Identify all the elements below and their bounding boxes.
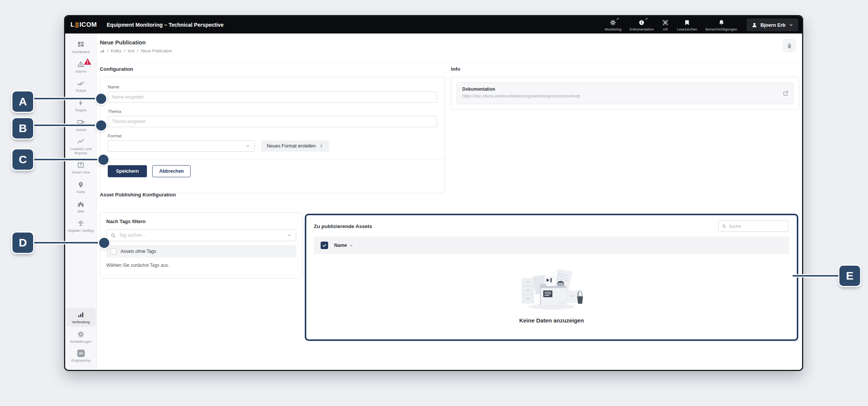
assets-search-input[interactable] <box>729 224 785 228</box>
sidebar-item-bim[interactable]: BIM <box>66 198 96 216</box>
name-field-group: Name <box>108 85 437 103</box>
main: Configuration Name Thema Format <box>97 63 802 370</box>
save-button[interactable]: Speichern <box>108 165 147 177</box>
annotation-c-box: C <box>12 149 33 170</box>
annotation-d-box: D <box>12 233 33 253</box>
info-card: Dokumentation https://doc.eliona.io/elio… <box>451 77 799 110</box>
tag-filter-title: Nach Tags filtern <box>106 219 296 224</box>
divider <box>100 159 445 160</box>
annotation-d-dot <box>99 238 109 248</box>
doc-url: https://doc.eliona.io/eliona/bedienungsa… <box>462 94 788 98</box>
assets-table-header: Name <box>314 237 789 254</box>
chevron-right-icon <box>319 144 324 148</box>
breadcrumb-sep: / <box>137 49 138 53</box>
sidebar-item-karte[interactable]: Karte <box>66 178 96 196</box>
annotation-b: B <box>12 118 33 138</box>
map-pin-icon <box>77 181 85 189</box>
app-title: Equipment Monitoring – Technical Perspec… <box>107 22 223 28</box>
breadcrumb: / Kafka / test / Neue Publication <box>100 49 797 53</box>
logo-suffix: ICOM <box>79 21 97 29</box>
sidebar-item-analytics[interactable]: Analytics und Reports <box>66 135 96 157</box>
annotation-d: D <box>12 233 33 253</box>
sort-chevron-icon <box>349 243 353 248</box>
nav-ar[interactable]: AR <box>658 18 673 31</box>
documentation-link-box[interactable]: Dokumentation https://doc.eliona.io/elio… <box>457 82 794 104</box>
delete-button[interactable] <box>782 39 796 52</box>
assets-panel: Zu publizierende Assets Name <box>305 214 798 341</box>
assets-ohne-tags-row[interactable]: Assets ohne Tags <box>106 245 296 258</box>
empty-state: Keine Daten anzuzeigen <box>314 261 789 324</box>
nav-dokumentation[interactable]: ↗ Dokumentation <box>625 18 658 31</box>
tag-search-input[interactable] <box>119 233 284 238</box>
logo-prefix: L <box>70 21 75 29</box>
connection-chart-icon <box>100 49 104 53</box>
content-area: Neue Publication / Kafka / test / Neue P… <box>97 33 802 370</box>
external-link-icon[interactable] <box>782 90 789 97</box>
bell-icon <box>718 18 725 26</box>
app-window: L ICOM Equipment Monitoring – Technical … <box>64 15 803 371</box>
screenshot-stage: L ICOM Equipment Monitoring – Technical … <box>0 0 868 406</box>
nav-benachrichtigungen[interactable]: Benachrichtigungen <box>701 18 741 31</box>
configuration-card: Name Thema Format <box>100 77 445 193</box>
sidebar-item-digitaler-zwilling[interactable]: Digitaler Zwilling <box>66 217 96 235</box>
annotation-b-line <box>33 125 101 126</box>
bookmark-icon <box>684 18 691 26</box>
format-field-group: Format Neues Format erstellen <box>108 134 437 152</box>
lightning-icon <box>77 99 85 107</box>
annotation-e-line <box>793 275 839 277</box>
user-menu[interactable]: Bjoern Erb <box>747 18 798 31</box>
house-icon <box>77 200 85 208</box>
chevron-down-icon <box>287 233 292 238</box>
thema-input[interactable] <box>108 116 437 127</box>
annotation-d-line <box>33 242 104 243</box>
column-header-name[interactable]: Name <box>334 243 353 248</box>
page-header: Neue Publication / Kafka / test / Neue P… <box>97 33 802 63</box>
annotation-a: A <box>12 91 33 112</box>
annotation-e-box: E <box>839 266 860 286</box>
annotation-a-dot <box>96 94 106 104</box>
name-input[interactable] <box>108 91 437 103</box>
assets-panel-title: Zu publizierende Assets <box>314 224 789 229</box>
info-icon: ↗ <box>638 18 645 26</box>
new-format-button[interactable]: Neues Format erstellen <box>261 140 329 152</box>
tag-filter-hint: Wählen Sie zunächst Tags aus. <box>106 263 296 268</box>
cancel-button[interactable]: Abbrechen <box>152 165 190 177</box>
trash-icon <box>786 43 793 49</box>
annotation-a-line <box>33 98 101 99</box>
assets-search-box[interactable] <box>718 220 789 232</box>
sidebar-item-einstellungen[interactable]: Einstellungen <box>66 328 96 346</box>
double-check-icon <box>77 79 85 87</box>
user-name: Bjoern Erb <box>761 22 785 28</box>
sidebar-item-engineering[interactable]: eli Engineering <box>66 347 96 365</box>
name-label: Name <box>108 85 437 89</box>
sidebar-item-verbindung[interactable]: Verbindung <box>66 308 96 327</box>
sidebar-item-dashboard[interactable]: Dashboard <box>66 38 96 56</box>
format-select[interactable] <box>108 140 255 152</box>
external-arrow-icon: ↗ <box>645 17 648 21</box>
sidebar-item-smart-view[interactable]: Smart View <box>66 158 96 177</box>
search-icon <box>110 233 116 238</box>
leicom-logo: L ICOM <box>70 21 97 29</box>
nav-monitoring[interactable]: ↗ Monitoring <box>601 18 625 31</box>
annotation-c: C <box>12 149 33 170</box>
chevron-down-icon <box>789 22 794 27</box>
thema-label: Thema <box>108 109 437 114</box>
breadcrumb-kafka[interactable]: Kafka <box>111 49 121 53</box>
breadcrumb-test[interactable]: test <box>128 49 134 53</box>
sidebar-item-tickets[interactable]: Tickets <box>66 77 96 95</box>
sidebar-item-alarme[interactable]: Alarme <box>66 58 96 76</box>
nav-lesezeichen[interactable]: Lesezeichen <box>673 18 701 31</box>
assets-ohne-tags-checkbox[interactable] <box>110 248 116 254</box>
external-arrow-icon: ↗ <box>616 17 619 21</box>
monitoring-gear-icon: ↗ <box>610 18 616 26</box>
tag-search-select[interactable] <box>106 229 296 241</box>
annotation-a-box: A <box>12 91 33 112</box>
page-title: Neue Publication <box>100 39 797 46</box>
format-label: Format <box>108 134 437 138</box>
select-all-checkbox[interactable] <box>321 242 328 249</box>
annotation-c-dot <box>98 155 108 165</box>
annotation-b-dot <box>96 120 106 131</box>
tag-filter-card: Nach Tags filtern Assets ohne Tags Wähl <box>100 212 303 278</box>
configuration-heading: Configuration <box>100 66 133 72</box>
breadcrumb-current: Neue Publication <box>141 49 172 53</box>
